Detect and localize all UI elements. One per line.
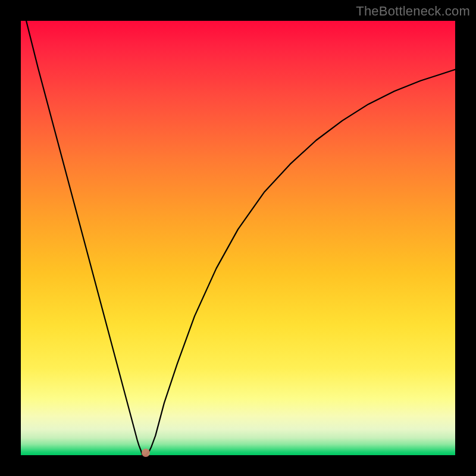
watermark-text: TheBottleneck.com [356, 4, 470, 19]
bottleneck-curve [21, 21, 455, 455]
curve-svg [21, 21, 455, 455]
optimal-point-marker [142, 449, 150, 457]
chart-frame: TheBottleneck.com [0, 0, 476, 476]
plot-area [21, 21, 455, 455]
